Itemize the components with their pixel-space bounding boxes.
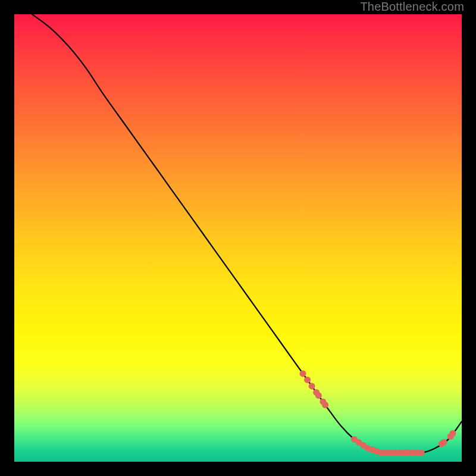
- data-point: [315, 392, 322, 399]
- data-point: [440, 439, 447, 446]
- data-point: [309, 383, 315, 389]
- data-point: [304, 377, 311, 383]
- plot-area: [14, 14, 462, 462]
- curve-markers: [300, 370, 456, 456]
- chart-stage: TheBottleneck.com: [0, 0, 476, 476]
- data-point: [300, 370, 306, 377]
- data-point: [450, 430, 456, 437]
- attribution-label: TheBottleneck.com: [360, 0, 464, 14]
- chart-overlay: [14, 14, 462, 462]
- data-point: [322, 402, 328, 408]
- data-point: [418, 450, 425, 456]
- curve-line: [32, 14, 462, 453]
